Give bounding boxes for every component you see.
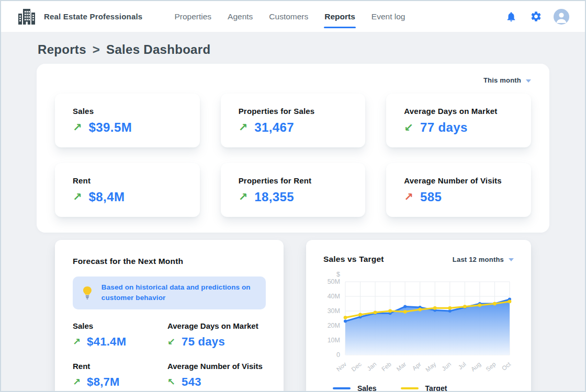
svg-text:Jul: Jul	[457, 361, 467, 371]
kpi-card-rent: Rent ↗ $8,4M	[55, 163, 200, 217]
svg-text:May: May	[424, 361, 437, 373]
metric-value: $8,7M	[87, 375, 120, 389]
kpi-card-properties-for-rent: Properties for Rent ↗ 18,355	[221, 163, 366, 217]
chart-period-label: Last 12 months	[453, 256, 504, 263]
forecast-note-text: Based on historical data and predictions…	[102, 282, 257, 304]
period-dropdown[interactable]: This month	[55, 76, 531, 84]
svg-text:Jun: Jun	[441, 361, 452, 372]
svg-text:20M: 20M	[328, 322, 340, 329]
kpi-value: $8,4M	[89, 190, 125, 204]
trend-up-right-icon: ↗	[73, 192, 82, 203]
svg-text:Dec: Dec	[350, 361, 363, 372]
forecast-note: Based on historical data and predictions…	[73, 276, 266, 309]
nav-item-agents[interactable]: Agents	[227, 9, 253, 25]
svg-text:Mar: Mar	[396, 361, 408, 372]
chart-title: Sales vs Target	[323, 255, 384, 264]
trend-up-right-icon: ↗	[73, 377, 81, 387]
kpi-grid: Sales ↗ $39.5M Properties for Sales ↗ 31…	[55, 94, 531, 217]
metric-title: Average Number of Visits	[167, 362, 266, 371]
sales-target-chart: $010M20M30M40M50MNovDecJanFebMarAprMayJu…	[323, 268, 514, 383]
lightbulb-icon	[81, 285, 94, 300]
kpi-title: Average Days on Market	[404, 107, 513, 116]
top-actions	[504, 9, 569, 25]
svg-text:Apr: Apr	[411, 361, 423, 372]
svg-text:Sep: Sep	[484, 361, 497, 372]
svg-text:50M: 50M	[328, 278, 340, 285]
kpi-value: 18,355	[254, 190, 294, 204]
kpi-title: Average Number of Visits	[404, 176, 513, 185]
nav-item-event-log[interactable]: Event log	[371, 9, 406, 25]
kpi-card-average-days-on-market: Average Days on Market ↙ 77 days	[386, 94, 531, 147]
trend-up-left-icon: ↖	[167, 377, 175, 387]
kpi-title: Properties for Rent	[239, 176, 348, 185]
chevron-down-icon	[526, 79, 531, 83]
kpi-value: $39.5M	[89, 120, 132, 135]
legend-item-target: Target	[401, 384, 447, 392]
svg-text:$: $	[336, 271, 340, 278]
trend-up-right-icon: ↗	[404, 192, 413, 203]
kpi-title: Properties for Sales	[239, 107, 348, 116]
metric-value: $41.4M	[87, 335, 126, 349]
top-navigation-bar: Real Estate Professionals Properties Age…	[1, 1, 585, 32]
kpi-card-sales: Sales ↗ $39.5M	[55, 94, 200, 147]
metric-title: Sales	[73, 321, 167, 330]
brand-name: Real Estate Professionals	[44, 12, 142, 21]
forecast-metric-rent: Rent ↗ $8,7M	[73, 362, 167, 389]
nav-item-customers[interactable]: Customers	[268, 9, 309, 25]
svg-text:0: 0	[336, 351, 340, 359]
metric-title: Average Days on Market	[167, 321, 266, 330]
kpi-value: 585	[420, 190, 442, 204]
legend-label: Target	[425, 384, 447, 392]
kpi-card-average-number-of-visits: Average Number of Visits ↗ 585	[386, 163, 531, 217]
svg-text:Jan: Jan	[366, 361, 377, 372]
forecast-metric-sales: Sales ↗ $41.4M	[73, 321, 167, 349]
legend-label: Sales	[357, 384, 377, 392]
metric-value: 75 days	[182, 335, 225, 349]
metric-title: Rent	[73, 362, 167, 371]
nav-item-reports[interactable]: Reports	[324, 9, 356, 25]
svg-text:Nov: Nov	[335, 361, 348, 372]
user-avatar[interactable]	[554, 9, 569, 25]
kpi-card-properties-for-sales: Properties for Sales ↗ 31,467	[221, 94, 366, 147]
kpi-value: 31,467	[254, 120, 294, 135]
main-nav: Properties Agents Customers Reports Even…	[174, 9, 405, 25]
bottom-row: Forecast for the Next Month Based on his…	[55, 240, 531, 392]
page-title: Sales Dashboard	[106, 42, 210, 56]
trend-down-left-icon: ↙	[167, 337, 175, 347]
legend-item-sales: Sales	[333, 384, 377, 392]
trend-up-right-icon: ↗	[73, 337, 81, 347]
kpi-title: Rent	[73, 176, 182, 185]
period-dropdown-label: This month	[483, 76, 521, 84]
trend-up-right-icon: ↗	[239, 192, 248, 203]
notifications-bell-icon[interactable]	[504, 10, 518, 24]
forecast-metrics: Sales ↗ $41.4M Average Days on Market ↙ …	[73, 321, 266, 389]
forecast-metric-average-number-of-visits: Average Number of Visits ↖ 543	[167, 362, 266, 389]
overview-panel: This month Sales ↗ $39.5M Properties for…	[37, 64, 549, 233]
forecast-title: Forecast for the Next Month	[73, 257, 266, 266]
target-line-swatch	[401, 387, 419, 389]
trend-up-right-icon: ↗	[73, 122, 82, 133]
buildings-icon	[17, 8, 37, 26]
forecast-card: Forecast for the Next Month Based on his…	[55, 240, 284, 392]
kpi-value: 77 days	[420, 120, 468, 135]
breadcrumb: Reports>Sales Dashboard	[1, 32, 585, 64]
brand-logo[interactable]: Real Estate Professionals	[17, 8, 142, 26]
svg-text:40M: 40M	[328, 293, 340, 300]
settings-gear-icon[interactable]	[529, 10, 543, 24]
breadcrumb-section[interactable]: Reports	[38, 42, 86, 56]
metric-value: 543	[182, 375, 201, 389]
chart-legend: Sales Target	[333, 384, 514, 392]
kpi-title: Sales	[73, 107, 182, 116]
trend-up-right-icon: ↗	[239, 122, 248, 133]
forecast-metric-average-days-on-market: Average Days on Market ↙ 75 days	[167, 321, 266, 349]
trend-down-left-icon: ↙	[404, 122, 413, 133]
svg-text:30M: 30M	[328, 307, 340, 315]
breadcrumb-separator: >	[93, 42, 100, 56]
svg-text:Oct: Oct	[501, 361, 512, 372]
sales-vs-target-card: Sales vs Target Last 12 months $010M20M3…	[306, 240, 531, 392]
nav-item-properties[interactable]: Properties	[174, 9, 212, 25]
chart-period-dropdown[interactable]: Last 12 months	[453, 256, 514, 263]
chevron-down-icon	[509, 258, 514, 261]
svg-text:Feb: Feb	[380, 361, 392, 372]
sales-line-swatch	[333, 387, 351, 389]
